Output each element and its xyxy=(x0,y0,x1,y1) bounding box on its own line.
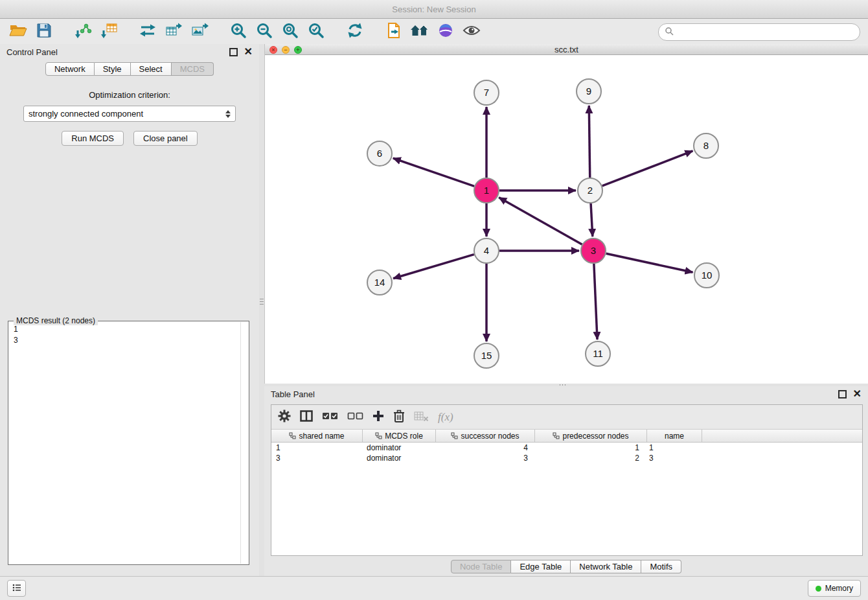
graph-edge-4-14[interactable] xyxy=(393,255,474,279)
tab-edge-table[interactable]: Edge Table xyxy=(511,560,571,573)
tab-style[interactable]: Style xyxy=(95,62,131,76)
graph-edge-3-11[interactable] xyxy=(594,264,597,340)
graph-node-11[interactable]: 11 xyxy=(586,341,610,366)
export-network-button[interactable] xyxy=(137,21,158,42)
graph-edge-2-8[interactable] xyxy=(602,151,693,186)
column-header-successor-nodes[interactable]: successor nodes xyxy=(436,430,535,442)
cell-successor-nodes[interactable]: 3 xyxy=(435,454,533,463)
memory-button[interactable]: Memory xyxy=(808,580,861,597)
gear-icon xyxy=(278,410,291,425)
show-columns-button[interactable] xyxy=(300,410,313,424)
node-table-container: f(x) shared name MCDS role xyxy=(271,404,863,556)
graph-edge-1-6[interactable] xyxy=(393,158,474,186)
graph-node-1[interactable]: 1 xyxy=(474,178,499,203)
control-panel-tabs: Network Style Select MCDS xyxy=(0,62,259,76)
graph-node-9[interactable]: 9 xyxy=(577,79,601,104)
deselect-all-columns-button[interactable] xyxy=(347,411,363,423)
run-mcds-button[interactable]: Run MCDS xyxy=(62,131,124,146)
graph-node-label: 8 xyxy=(703,140,709,151)
column-header-predecessor-nodes[interactable]: predecessor nodes xyxy=(535,430,647,442)
export-table-button[interactable] xyxy=(163,21,184,42)
float-panel-icon[interactable] xyxy=(838,390,847,398)
graph-edge-2-9[interactable] xyxy=(589,106,589,178)
cell-shared-name[interactable]: 3 xyxy=(271,454,362,463)
open-session-button[interactable] xyxy=(8,21,29,42)
network-canvas[interactable]: 1234678910111415 xyxy=(265,55,868,384)
import-table-button[interactable] xyxy=(98,21,119,42)
criterion-selected-value: strongly connected component xyxy=(29,109,143,119)
column-header-mcds-role[interactable]: MCDS role xyxy=(363,430,436,442)
task-history-button[interactable] xyxy=(7,580,26,597)
table-panel-header: Table Panel ✕ xyxy=(264,386,868,402)
tab-node-table[interactable]: Node Table xyxy=(451,560,512,573)
network-window-titlebar[interactable]: × − + scc.txt xyxy=(265,44,868,55)
graph-node-2[interactable]: 2 xyxy=(578,178,602,203)
apply-style-button[interactable] xyxy=(435,21,456,42)
delete-table-icon xyxy=(414,411,429,424)
close-panel-icon[interactable]: ✕ xyxy=(244,47,253,57)
select-all-columns-button[interactable] xyxy=(322,411,338,423)
network-view-window: × − + scc.txt 1234678910111415 xyxy=(264,44,868,384)
close-panel-button[interactable]: Close panel xyxy=(133,131,198,146)
graph-node-8[interactable]: 8 xyxy=(694,133,718,158)
close-panel-icon[interactable]: ✕ xyxy=(853,389,862,399)
graph-node-10[interactable]: 10 xyxy=(694,263,719,288)
export-image-button[interactable] xyxy=(189,21,210,42)
optimization-criterion-select[interactable]: strongly connected component xyxy=(23,106,236,122)
refresh-view-button[interactable] xyxy=(345,21,365,42)
tab-select[interactable]: Select xyxy=(131,62,172,76)
graph-edge-3-10[interactable] xyxy=(606,253,693,272)
graph-node-14[interactable]: 14 xyxy=(367,270,392,295)
create-column-button[interactable] xyxy=(372,410,384,424)
column-type-icon xyxy=(451,432,458,439)
search-field[interactable] xyxy=(658,23,860,41)
column-header-name[interactable]: name xyxy=(647,430,702,442)
cell-predecessor-nodes[interactable]: 2 xyxy=(533,454,645,463)
graph-edge-3-1[interactable] xyxy=(499,198,582,244)
show-graphics-details-button[interactable] xyxy=(461,21,482,42)
zoom-window-button[interactable]: + xyxy=(294,46,302,54)
table-row[interactable]: 1 dominator 4 1 1 xyxy=(271,443,862,453)
delete-table-button[interactable] xyxy=(414,411,429,424)
cell-name[interactable]: 3 xyxy=(645,454,699,463)
import-network-button[interactable] xyxy=(73,21,93,42)
table-settings-button[interactable] xyxy=(278,410,291,425)
graph-node-15[interactable]: 15 xyxy=(474,343,499,368)
zoom-out-button[interactable] xyxy=(254,21,275,42)
cell-mcds-role[interactable]: dominator xyxy=(362,454,435,463)
tab-network[interactable]: Network xyxy=(45,62,95,76)
tab-network-table[interactable]: Network Table xyxy=(571,560,641,573)
zoom-in-button[interactable] xyxy=(228,21,249,42)
zoom-fit-button[interactable] xyxy=(280,21,301,42)
tab-motifs[interactable]: Motifs xyxy=(641,560,681,573)
table-row[interactable]: 3 dominator 3 2 3 xyxy=(271,453,862,463)
network-from-clipboard-button[interactable] xyxy=(383,21,404,42)
graph-node-4[interactable]: 4 xyxy=(474,238,499,263)
checked-boxes-icon xyxy=(322,411,338,423)
result-scrollbar-track[interactable] xyxy=(240,322,241,564)
cell-predecessor-nodes[interactable]: 1 xyxy=(533,443,645,452)
cell-name[interactable]: 1 xyxy=(645,443,699,452)
export-image-icon xyxy=(191,22,209,41)
cell-successor-nodes[interactable]: 4 xyxy=(435,443,533,452)
graph-edge-2-3[interactable] xyxy=(591,203,593,237)
cell-shared-name[interactable]: 1 xyxy=(271,443,362,452)
close-window-button[interactable]: × xyxy=(269,46,277,54)
cell-mcds-role[interactable]: dominator xyxy=(362,443,435,452)
search-input[interactable] xyxy=(678,27,854,38)
delete-column-button[interactable] xyxy=(393,410,405,425)
float-panel-icon[interactable] xyxy=(229,48,238,56)
save-session-button[interactable] xyxy=(34,21,54,42)
minimize-window-button[interactable]: − xyxy=(282,46,290,54)
column-header-shared-name[interactable]: shared name xyxy=(271,430,363,442)
home-icon xyxy=(410,23,429,40)
tab-mcds[interactable]: MCDS xyxy=(172,62,214,76)
graph-node-7[interactable]: 7 xyxy=(474,80,499,105)
graph-node-6[interactable]: 6 xyxy=(367,141,392,166)
home-button[interactable] xyxy=(409,21,430,42)
zoom-selected-button[interactable] xyxy=(306,21,326,42)
function-builder-button[interactable]: f(x) xyxy=(438,411,453,424)
vertical-splitter[interactable] xyxy=(259,44,264,577)
graph-node-3[interactable]: 3 xyxy=(581,238,606,263)
network-graph[interactable]: 1234678910111415 xyxy=(265,55,868,381)
